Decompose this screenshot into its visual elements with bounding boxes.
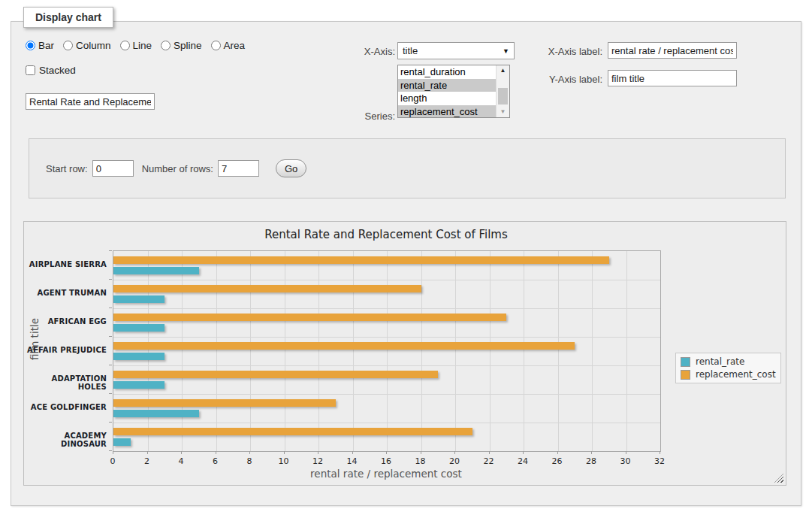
y-tick-mark	[109, 308, 112, 308]
x-tick-label: 30	[613, 456, 638, 466]
legend-entry: rental_rate	[681, 356, 776, 367]
scroll-down-icon[interactable]: ▼	[497, 107, 509, 117]
gridline	[113, 365, 660, 366]
radio-line[interactable]	[120, 41, 130, 50]
chart-type-option-bar[interactable]: Bar	[26, 40, 54, 51]
series-option-length[interactable]: length	[398, 92, 497, 105]
chart-plot-area	[113, 250, 661, 452]
chart-title-input[interactable]	[26, 93, 155, 110]
x-tick-mark	[421, 451, 421, 454]
stacked-label: Stacked	[39, 65, 76, 76]
stacked-checkbox[interactable]	[26, 65, 35, 75]
legend-entry: replacement_cost	[681, 369, 776, 380]
chart-x-axis-title: rental rate / replacement cost	[113, 468, 660, 480]
chart-title: Rental Rate and Replacement Cost of Film…	[113, 228, 660, 241]
go-button[interactable]: Go	[276, 159, 306, 177]
legend-swatch	[681, 357, 690, 367]
chart-legend: rental_ratereplacement_cost	[675, 353, 781, 383]
y-tick-mark	[109, 450, 112, 451]
x-axis-label-label: X-Axis label:	[537, 46, 602, 57]
chart-type-option-area[interactable]: Area	[211, 40, 246, 51]
chart-type-option-spline[interactable]: Spline	[161, 40, 202, 51]
scrollbar-thumb[interactable]	[498, 88, 508, 105]
series-option-rental_duration[interactable]: rental_duration	[398, 65, 497, 79]
y-axis-label-input[interactable]	[608, 70, 737, 86]
chart-type-option-column[interactable]: Column	[63, 40, 111, 51]
x-tick-label: 24	[510, 456, 536, 466]
x-tick-mark	[557, 451, 558, 454]
gridline	[353, 251, 354, 451]
chart-type-option-line[interactable]: Line	[120, 40, 152, 51]
x-axis-label-input[interactable]	[608, 42, 737, 59]
chart-type-radio-group: BarColumnLineSplineArea	[26, 40, 251, 51]
gridline	[113, 337, 660, 338]
series-option-replacement_cost[interactable]: replacement_cost	[398, 105, 497, 119]
x-tick-mark	[454, 451, 455, 454]
y-axis-label-label: Y-Axis label:	[537, 74, 602, 85]
radio-bar[interactable]	[26, 41, 35, 50]
legend-label: replacement_cost	[696, 369, 776, 380]
resize-handle-icon[interactable]	[774, 474, 783, 483]
x-tick-mark	[591, 451, 592, 454]
start-row-input[interactable]	[92, 160, 134, 177]
gridline	[216, 251, 217, 451]
y-tick-mark	[109, 250, 112, 251]
gridline	[148, 251, 149, 451]
chart-category-label: ADAPTATION HOLES	[24, 374, 107, 391]
series-scrollbar[interactable]: ▲ ▼	[496, 65, 509, 117]
scroll-up-icon[interactable]: ▲	[497, 65, 509, 76]
x-tick-label: 20	[442, 456, 467, 466]
x-tick-label: 4	[168, 456, 194, 466]
gridline	[626, 251, 627, 451]
num-rows-label: Number of rows:	[142, 163, 213, 174]
chart-container: Rental Rate and Replacement Cost of Film…	[23, 221, 786, 486]
chart-bar-replacement_cost	[113, 342, 575, 350]
chart-bar-replacement_cost	[113, 399, 336, 407]
x-tick-mark	[660, 451, 660, 454]
chart-bar-rental_rate	[113, 267, 199, 274]
gridline	[592, 251, 593, 451]
x-tick-label: 10	[271, 456, 297, 466]
x-axis-select[interactable]: title ▼	[397, 42, 515, 59]
x-tick-mark	[318, 451, 318, 454]
radio-area[interactable]	[211, 41, 221, 50]
y-tick-mark	[109, 365, 112, 365]
radio-column[interactable]	[63, 41, 73, 50]
x-tick-label: 32	[647, 456, 672, 466]
x-tick-label: 8	[237, 456, 262, 466]
chart-bar-rental_rate	[113, 438, 131, 446]
radio-spline[interactable]	[161, 41, 171, 50]
x-tick-label: 6	[203, 456, 228, 466]
series-multiselect[interactable]: rental_durationrental_ratelengthreplacem…	[397, 65, 510, 118]
series-select-label: Series:	[330, 111, 395, 122]
chart-bar-replacement_cost	[113, 428, 472, 435]
legend-swatch	[681, 370, 690, 380]
chart-bar-rental_rate	[113, 410, 199, 417]
num-rows-input[interactable]	[218, 160, 259, 177]
chart-bar-replacement_cost	[113, 371, 438, 378]
gridline	[524, 251, 524, 451]
gridline	[250, 251, 251, 451]
series-option-rental_rate[interactable]: rental_rate	[398, 79, 497, 92]
x-tick-label: 2	[134, 456, 160, 466]
x-tick-mark	[352, 451, 353, 454]
gridline	[182, 251, 183, 451]
chart-bar-rental_rate	[113, 381, 165, 389]
gridline	[490, 251, 491, 451]
chart-category-label: ACE GOLDFINGER	[24, 403, 107, 411]
y-tick-mark	[109, 422, 112, 423]
x-tick-mark	[386, 451, 387, 454]
y-tick-mark	[109, 393, 112, 394]
x-tick-mark	[113, 451, 113, 454]
gridline	[455, 251, 456, 451]
x-tick-mark	[489, 451, 490, 454]
y-tick-mark	[109, 279, 112, 280]
gridline	[318, 251, 319, 451]
chart-bar-rental_rate	[113, 295, 165, 303]
chart-category-label: AFFAIR PREJUDICE	[24, 346, 107, 354]
chart-category-label: AIRPLANE SIERRA	[24, 260, 107, 268]
gridline	[113, 394, 660, 395]
display-chart-legend: Display chart	[23, 7, 113, 28]
x-tick-label: 22	[476, 456, 502, 466]
x-tick-label: 16	[373, 456, 399, 466]
